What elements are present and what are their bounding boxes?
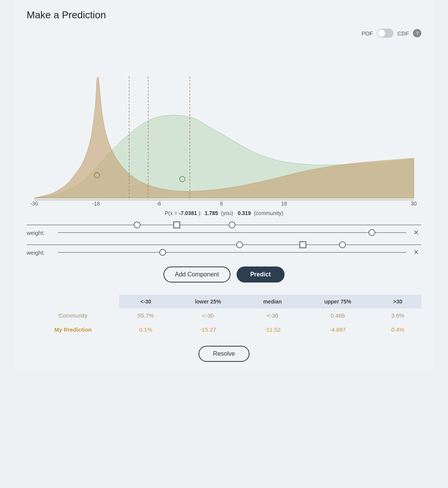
prediction-lower25: -15.27 [172,323,243,337]
community-upper75: 0.466 [301,308,374,323]
add-component-button[interactable]: Add Component [163,266,230,283]
page-title: Make a Prediction [27,9,421,21]
pdf-label: PDF [362,30,373,37]
resolve-row: Resolve [27,346,421,362]
community-row: Community 55.7% <-30 <-30 0.466 3.6% [27,308,421,323]
component2-right-handle[interactable] [339,241,346,248]
prediction-gt30: 0.4% [374,323,421,337]
col-header-upper75: upper 75% [301,295,374,308]
community-gt30: 3.6% [374,308,421,323]
col-header-lower25: lower 25% [172,295,243,308]
component2-center-handle[interactable] [299,241,306,248]
px-label: P(x = -7.0381 ): 1.785 (you) 0.319 (comm… [27,210,421,216]
svg-text:6: 6 [220,201,223,205]
weight1-label: weight: [27,230,53,236]
resolve-button[interactable]: Resolve [198,346,250,362]
svg-text:-18: -18 [92,201,100,205]
component1-right-handle[interactable] [229,222,235,228]
prediction-label-cell: My Prediction [27,323,119,337]
pdf-cdf-toggle[interactable] [377,29,394,38]
col-header-lt30: <-30 [119,295,172,308]
prediction-row: My Prediction 0.1% -15.27 -11.52 -4.897 … [27,323,421,337]
toggle-row: PDF CDF ? [27,29,421,38]
remove-component1-button[interactable]: ✕ [411,228,421,238]
component2-track[interactable] [27,244,421,245]
stats-table: <-30 lower 25% median upper 75% >30 Comm… [27,295,421,337]
svg-text:18: 18 [281,201,287,205]
chart-area: -30 -18 -6 6 18 30 [27,42,421,207]
col-header-empty [27,295,119,308]
col-header-gt30: >30 [374,295,421,308]
weight2-row: weight: ✕ [27,247,421,257]
prediction-lt30: 0.1% [119,323,172,337]
you-label: (you) [219,210,233,216]
svg-text:-30: -30 [30,201,38,205]
prediction-median: -11.52 [244,323,301,337]
svg-text:-6: -6 [156,201,161,205]
chart-svg[interactable]: -30 -18 -6 6 18 30 [27,42,421,207]
col-header-median: median [244,295,301,308]
component2-slider[interactable] [27,242,421,247]
weight1-row: weight: ✕ [27,228,421,238]
sliders-section: weight: ✕ weight: ✕ [27,222,421,257]
community-label-cell: Community [27,308,119,323]
component1-track[interactable] [27,225,421,225]
weight1-track[interactable] [58,232,406,233]
community-lower25: <-30 [172,308,243,323]
weight1-handle[interactable] [368,229,375,236]
help-icon[interactable]: ? [413,29,421,37]
community-label: (community) [253,210,283,216]
weight2-handle[interactable] [159,249,166,256]
component1-center-handle[interactable] [173,222,180,228]
predict-button[interactable]: Predict [237,266,285,283]
component2-left-handle[interactable] [236,241,243,248]
remove-component2-button[interactable]: ✕ [411,247,421,257]
component1-slider[interactable] [27,222,421,228]
prediction-upper75: -4.897 [301,323,374,337]
weight2-label: weight: [27,249,53,256]
svg-text:30: 30 [411,201,417,205]
cdf-label: CDF [397,30,409,37]
weight2-track[interactable] [58,252,406,253]
buttons-row: Add Component Predict [27,266,421,283]
community-median: <-30 [244,308,301,323]
component1-left-handle[interactable] [134,222,141,228]
community-lt30: 55.7% [119,308,172,323]
